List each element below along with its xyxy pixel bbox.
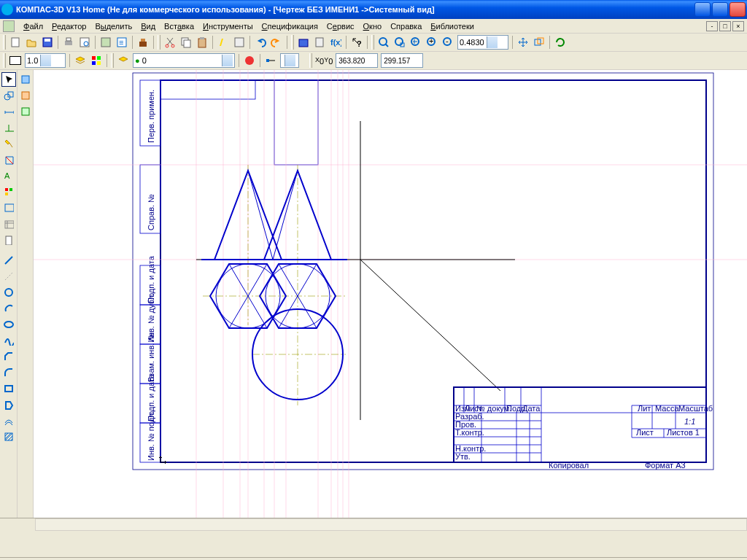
- open-button[interactable]: [23, 34, 39, 50]
- zoom-window-button[interactable]: [392, 34, 408, 50]
- param-tool[interactable]: [1, 152, 16, 167]
- mdi-restore-button[interactable]: □: [719, 21, 731, 31]
- dimensions-tool[interactable]: [1, 104, 16, 119]
- menu-spec[interactable]: Спецификация: [258, 20, 322, 32]
- layers2-button[interactable]: [115, 52, 131, 69]
- property-panel-collapsed: [0, 531, 747, 557]
- dropdown-icon[interactable]: [285, 55, 295, 66]
- menu-select[interactable]: Выделить: [90, 20, 136, 32]
- line-tool[interactable]: [1, 253, 16, 268]
- copy-props-button[interactable]: [215, 34, 231, 50]
- menu-libs[interactable]: Библиотеки: [426, 20, 479, 32]
- zoom-combo[interactable]: 0.4830: [457, 35, 508, 50]
- redraw-button[interactable]: [552, 34, 568, 50]
- views-tool[interactable]: [1, 201, 16, 215]
- snap-combo[interactable]: [280, 53, 299, 68]
- layer-colors-button[interactable]: [88, 52, 104, 69]
- dropdown-icon[interactable]: [40, 55, 51, 66]
- tab2-button[interactable]: [18, 88, 33, 103]
- mdi-minimize-button[interactable]: -: [706, 21, 718, 31]
- selection-tool[interactable]: [1, 72, 16, 87]
- maximize-button[interactable]: [712, 2, 728, 17]
- horizontal-scrollbar[interactable]: [35, 518, 747, 531]
- grip-icon[interactable]: [111, 53, 114, 68]
- copy-button[interactable]: [178, 34, 194, 50]
- spline-tool[interactable]: [1, 333, 16, 348]
- annotation-tool[interactable]: [1, 120, 16, 135]
- menu-window[interactable]: Окно: [359, 20, 387, 32]
- menu-view[interactable]: Вид: [136, 20, 160, 32]
- hatch-tool[interactable]: [1, 429, 16, 444]
- contour-tool[interactable]: [1, 397, 16, 412]
- close-button[interactable]: [729, 2, 746, 17]
- fillet-tool[interactable]: [1, 365, 16, 380]
- tab3-button[interactable]: [18, 104, 33, 119]
- save-button[interactable]: [39, 34, 55, 50]
- undo-button[interactable]: [252, 34, 268, 50]
- dropdown-icon[interactable]: [487, 36, 498, 48]
- zoom-in-button[interactable]: +: [424, 34, 440, 50]
- print-button[interactable]: [61, 34, 77, 50]
- zoom-out-button[interactable]: -: [440, 34, 456, 50]
- zoom-fit-button[interactable]: [376, 34, 392, 50]
- rect-tool[interactable]: [1, 381, 16, 396]
- preview-button[interactable]: [77, 34, 93, 50]
- menu-service[interactable]: Сервис: [322, 20, 359, 32]
- svg-text:≡: ≡: [119, 38, 123, 47]
- help-button[interactable]: ?: [349, 34, 365, 50]
- grip-icon[interactable]: [309, 53, 312, 68]
- grip-icon[interactable]: [158, 35, 160, 50]
- auxline-tool[interactable]: [1, 269, 16, 284]
- grip-icon[interactable]: [371, 35, 374, 50]
- menu-edit[interactable]: Редактор: [47, 20, 90, 32]
- fx-button[interactable]: f(x): [328, 34, 344, 50]
- menu-help[interactable]: Справка: [386, 20, 426, 32]
- menu-file[interactable]: Файл: [19, 20, 47, 32]
- measure-tool[interactable]: A: [1, 168, 16, 183]
- pan-button[interactable]: [515, 34, 531, 50]
- calc-button[interactable]: [311, 34, 328, 50]
- equid-tool[interactable]: [1, 413, 16, 428]
- grip-icon[interactable]: [3, 35, 6, 50]
- geometry-tool[interactable]: [1, 88, 16, 103]
- menu-insert[interactable]: Вставка: [160, 20, 198, 32]
- edit-tool[interactable]: [1, 136, 16, 151]
- svg-rect-64: [160, 80, 255, 99]
- arc-tool[interactable]: [1, 301, 16, 316]
- grip-icon[interactable]: [291, 35, 294, 50]
- paste-button[interactable]: [194, 34, 210, 50]
- mdi-doc-icon[interactable]: [3, 20, 15, 32]
- report-tool[interactable]: [1, 233, 16, 247]
- drawing-canvas[interactable]: Перв. примен. Справ. № Подп. и дата Инв.…: [34, 70, 747, 518]
- aux-tool[interactable]: [1, 217, 16, 231]
- tb-scale: Масштаб: [678, 404, 713, 413]
- cut-button[interactable]: [162, 34, 178, 50]
- dropdown-icon[interactable]: [222, 55, 233, 66]
- state-swatch[interactable]: [7, 52, 23, 69]
- ellipse-tool[interactable]: [1, 317, 16, 332]
- stop-button[interactable]: [241, 52, 258, 69]
- mdi-close-button[interactable]: ×: [732, 21, 744, 31]
- grip-icon[interactable]: [3, 53, 6, 68]
- vars-button[interactable]: ≡: [114, 34, 130, 50]
- spec-tool[interactable]: [1, 184, 16, 199]
- circle-tool[interactable]: [1, 285, 16, 300]
- snap-end-button[interactable]: [263, 52, 279, 69]
- chamfer-tool[interactable]: [1, 349, 16, 364]
- scale-combo[interactable]: 1.0: [25, 53, 66, 68]
- lib-mgr-button[interactable]: [295, 34, 311, 50]
- layer-combo[interactable]: ● 0: [133, 53, 235, 68]
- minimize-button[interactable]: [694, 2, 711, 17]
- new-button[interactable]: [7, 34, 23, 50]
- props-button[interactable]: [231, 34, 247, 50]
- properties-button[interactable]: [98, 34, 114, 50]
- menu-tools[interactable]: Инструменты: [198, 20, 258, 32]
- redo-button[interactable]: [268, 34, 285, 50]
- layers-button[interactable]: [72, 52, 88, 69]
- tb-mass: Масса: [655, 404, 679, 413]
- zoom-dyn-button[interactable]: [408, 34, 424, 50]
- zoom-prev-button[interactable]: [531, 34, 547, 50]
- tab1-button[interactable]: [18, 72, 33, 87]
- lib-button[interactable]: [135, 34, 151, 50]
- svg-rect-19: [299, 39, 308, 47]
